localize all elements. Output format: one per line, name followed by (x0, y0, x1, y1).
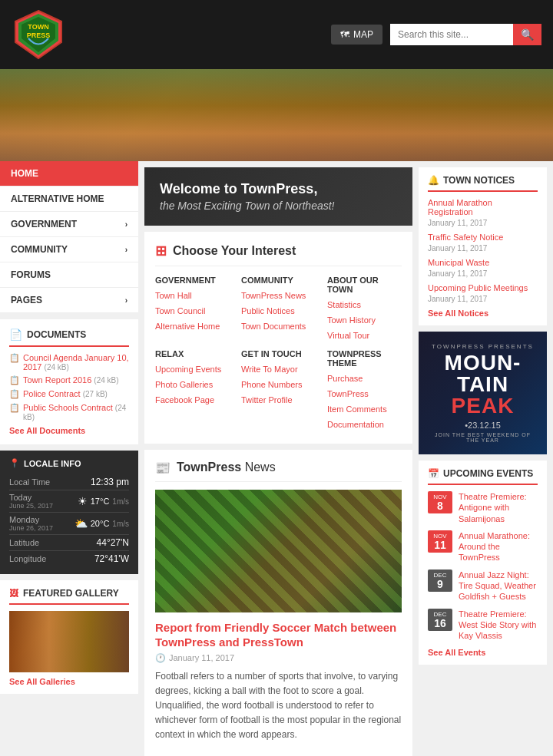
town-notices-box: 🔔 TOWN NOTICES Annual Marathon Registrat… (419, 167, 547, 325)
interest-link[interactable]: Write To Mayor (241, 362, 316, 378)
see-all-documents[interactable]: See All Documents (9, 426, 129, 435)
interest-link[interactable]: Twitter Profile (241, 393, 316, 408)
interest-link[interactable]: Purchase TownPress (327, 371, 402, 402)
doc-item: 📋 Police Contract (27 kB) (9, 389, 129, 399)
interest-link[interactable]: Facebook Page (155, 393, 230, 408)
welcome-box: Welcome to TownPress, the Most Exciting … (144, 167, 412, 226)
locale-monday-weather: ⛅ 20°C 1m/s (75, 517, 129, 530)
locale-lat-row: Latitude 44°27'N (9, 535, 129, 551)
news-list-item: New Housing Complex in TownPress Nearly … (155, 751, 402, 756)
logo-icon: TOWN PRESS (12, 8, 65, 61)
logo[interactable]: TOWN PRESS (12, 8, 65, 61)
locale-info-box: 📍 LOCALE INFO Local Time 12:33 pm Today … (0, 451, 138, 574)
interest-link[interactable]: TownPress News (241, 289, 316, 304)
event-link[interactable]: Annual Jazz Night: Tire Squad, Weather G… (459, 569, 538, 602)
featured-gallery-box: 🖼 FEATURED GALLERY See All Galleries (0, 580, 138, 694)
see-all-notices[interactable]: See All Notices (428, 309, 538, 318)
search-button[interactable]: 🔍 (513, 24, 541, 45)
event-item: DEC 16 Theatre Premiere: West Side Story… (428, 609, 538, 642)
doc-link[interactable]: Council Agenda January 10, 2017 (23, 353, 129, 371)
nav-arrow-community: › (125, 246, 127, 254)
news-article-title[interactable]: Report from Friendly Soccer Match betwee… (155, 620, 402, 650)
interest-link[interactable]: Town Council (155, 304, 230, 319)
notice-date: January 11, 2017 (428, 295, 487, 303)
nav-item-home[interactable]: HOME (0, 161, 138, 187)
event-link[interactable]: Theatre Premiere: West Side Story with K… (459, 609, 538, 642)
interest-link[interactable]: Upcoming Events (155, 362, 230, 378)
see-all-galleries[interactable]: See All Galleries (9, 677, 129, 686)
doc-link[interactable]: Police Contract (23, 389, 81, 398)
notice-item: Annual Marathon Registration January 11,… (428, 198, 538, 228)
location-icon: 📍 (9, 458, 20, 468)
locale-monday-row: Monday June 26, 2017 ⛅ 20°C 1m/s (9, 513, 129, 535)
event-item: NOV 8 Theatre Premiere: Antigone with Sa… (428, 491, 538, 524)
bell-icon: 🔔 (428, 175, 439, 186)
doc-link[interactable]: Public Schools Contract (23, 403, 113, 412)
notice-item: Upcoming Public Meetings January 11, 201… (428, 283, 538, 304)
notice-link[interactable]: Annual Marathon Registration (428, 198, 538, 216)
doc-link[interactable]: Town Report 2016 (23, 375, 91, 385)
interest-link[interactable]: Town Hall (155, 289, 230, 304)
see-all-events[interactable]: See All Events (428, 648, 538, 657)
interest-col-about: ABOUT OUR TOWN Statistics Town History V… (327, 276, 402, 343)
news-header: 📰 TownPress News (155, 461, 402, 482)
interest-col-government: GOVERNMENT Town Hall Town Council Altern… (155, 276, 230, 343)
event-item: NOV 11 Annual Marathone: Around the Town… (428, 530, 538, 563)
nav-arrow-government: › (125, 220, 127, 229)
ad-tag: JOIN THE BEST WEEKEND OF THE YEAR (430, 432, 535, 443)
right-column: 🔔 TOWN NOTICES Annual Marathon Registrat… (419, 161, 553, 756)
interest-link[interactable]: Virtual Tour (327, 328, 402, 344)
doc-item: 📋 Council Agenda January 10, 2017 (24 kB… (9, 353, 129, 371)
event-link[interactable]: Annual Marathone: Around the TownPress (459, 530, 538, 563)
locale-today-row: Today June 25, 2017 ☀ 17°C 1m/s (9, 490, 129, 513)
nav-item-community[interactable]: COMMUNITY › (0, 237, 138, 262)
event-date-nov8: NOV 8 (428, 491, 452, 513)
hero-banner (0, 69, 553, 161)
notice-date: January 11, 2017 (428, 244, 487, 253)
interest-header: ⊞ Choose Your Interest (155, 243, 402, 266)
map-button[interactable]: 🗺 MAP (331, 25, 382, 45)
document-icon: 📄 (9, 328, 22, 341)
notice-link[interactable]: Upcoming Public Meetings (428, 283, 538, 292)
notice-date: January 11, 2017 (428, 219, 487, 227)
notice-link[interactable]: Municipal Waste (428, 258, 538, 267)
documents-box: 📄 DOCUMENTS 📋 Council Agenda January 10,… (0, 319, 138, 444)
nav-item-pages[interactable]: PAGES › (0, 288, 138, 313)
svg-text:TOWN: TOWN (28, 23, 48, 31)
interest-link[interactable]: Town History (327, 313, 402, 328)
interest-col-touch: GET IN TOUCH Write To Mayor Phone Number… (241, 349, 316, 432)
doc-bullet: 📋 (9, 353, 20, 363)
nav-item-alt-home[interactable]: ALTERNATIVE HOME (0, 187, 138, 212)
event-link[interactable]: Theatre Premiere: Antigone with Salamijo… (459, 491, 538, 524)
interest-link[interactable]: Phone Numbers (241, 378, 316, 393)
news-featured-image[interactable] (155, 490, 402, 612)
nav-arrow-pages: › (125, 296, 127, 305)
search-input[interactable] (390, 24, 513, 45)
interest-link[interactable]: Public Notices (241, 304, 316, 319)
interest-link[interactable]: Town Documents (241, 319, 316, 335)
locale-today-weather: ☀ 17°C 1m/s (78, 495, 129, 507)
main-content: Welcome to TownPress, the Most Exciting … (138, 161, 419, 756)
interest-link[interactable]: Documentation (327, 418, 402, 433)
weather-icon-today: ☀ (78, 495, 88, 507)
interest-link[interactable]: Statistics (327, 298, 402, 313)
news-excerpt: Football refers to a number of sports th… (155, 669, 402, 743)
header-right: 🗺 MAP 🔍 (331, 24, 541, 45)
event-date-dec16: DEC 16 (428, 609, 452, 631)
upcoming-events-box: 📅 UPCOMING EVENTS NOV 8 Theatre Premiere… (419, 461, 547, 665)
nav-item-government[interactable]: GOVERNMENT › (0, 212, 138, 237)
gallery-image[interactable] (9, 611, 129, 672)
doc-size: (24 kB) (45, 363, 69, 371)
event-date-dec9: DEC 9 (428, 569, 452, 592)
doc-bullet: 📋 (9, 403, 20, 413)
nav-item-forums[interactable]: FORUMS (0, 262, 138, 288)
doc-size: (24 kB) (94, 376, 118, 385)
interest-link[interactable]: Alternative Home (155, 319, 230, 335)
ad-banner: TOWNPRESS PRESENTS MOUN- TAIN PEAK •23.1… (419, 332, 547, 454)
map-icon: 🗺 (340, 29, 349, 40)
doc-size: (27 kB) (83, 390, 108, 398)
interest-link[interactable]: Item Comments (327, 402, 402, 418)
notice-link[interactable]: Traffic Safety Notice (428, 233, 538, 242)
interest-link[interactable]: Photo Galleries (155, 378, 230, 393)
documents-title: 📄 DOCUMENTS (9, 328, 129, 347)
